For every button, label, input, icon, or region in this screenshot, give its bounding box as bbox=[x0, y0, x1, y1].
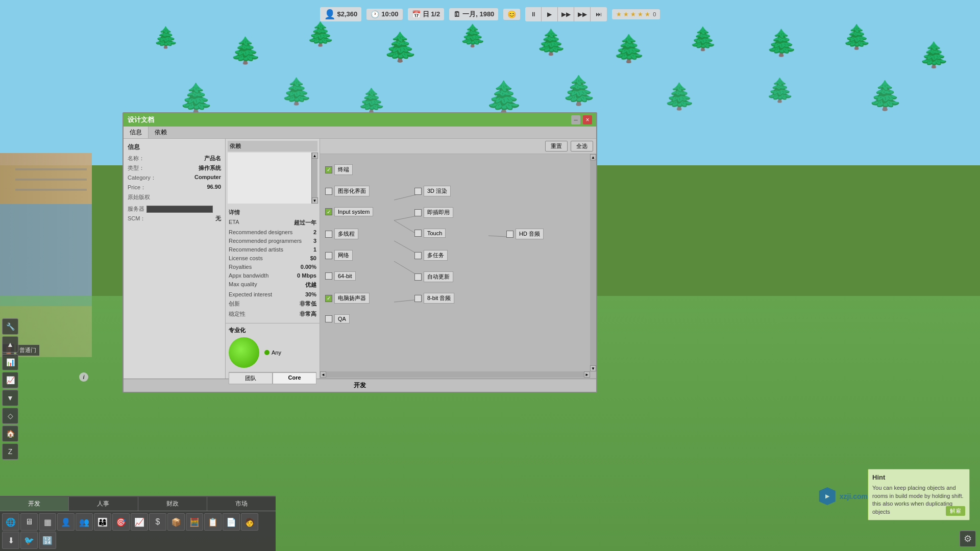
toolbar-dollar[interactable]: $ bbox=[149, 513, 166, 531]
node-network[interactable]: 网络 bbox=[325, 250, 353, 261]
node-speaker[interactable]: ✓ 电脑扬声器 bbox=[325, 293, 370, 304]
toolbar-calc[interactable]: 🧮 bbox=[186, 513, 203, 531]
graph-scroll-right[interactable]: ► bbox=[584, 371, 590, 378]
graph-scroll-up[interactable]: ▲ bbox=[590, 154, 596, 160]
minimize-button[interactable]: ─ bbox=[571, 115, 580, 124]
left-tool-diamond[interactable]: ◇ bbox=[2, 408, 18, 424]
toolbar-note[interactable]: 📄 bbox=[223, 513, 240, 531]
graph-scrollbar-v[interactable]: ▲ ▼ bbox=[590, 154, 596, 371]
node-multithread[interactable]: 多线程 bbox=[325, 229, 358, 239]
graph-scrollbar-h[interactable]: ◄ ► bbox=[320, 371, 590, 378]
tab-deps[interactable]: 依赖 bbox=[149, 127, 173, 138]
name-value: 产品名 bbox=[204, 155, 221, 162]
creativity-label: 创新 bbox=[229, 300, 240, 308]
toolbar-monitor[interactable]: 🖥 bbox=[20, 513, 38, 531]
left-tool-up[interactable]: ▲ bbox=[2, 336, 18, 353]
toolbar-list[interactable]: 📋 bbox=[204, 513, 222, 531]
toolbar-grid[interactable]: ▦ bbox=[39, 513, 56, 531]
plug-and-play-checkbox[interactable] bbox=[414, 209, 422, 216]
close-button[interactable]: × bbox=[583, 115, 592, 124]
node-multitask[interactable]: 多任务 bbox=[414, 250, 448, 261]
node-touch[interactable]: Touch bbox=[414, 229, 446, 238]
toolbar-chart[interactable]: 📈 bbox=[131, 513, 148, 531]
playback-controls: ⏸ ▶ ▶▶ ▶▶ ⏭ bbox=[525, 7, 607, 21]
graph-scroll-left[interactable]: ◄ bbox=[320, 371, 326, 378]
graph-header: 重置 全选 bbox=[320, 139, 596, 154]
scroll-up-arrow[interactable]: ▲ bbox=[312, 153, 318, 159]
dep-scrollbar[interactable]: ▲ ▼ bbox=[311, 153, 317, 204]
64bit-checkbox[interactable] bbox=[325, 272, 332, 280]
speaker-checkbox[interactable]: ✓ bbox=[325, 295, 332, 302]
node-64bit[interactable]: 64-bit bbox=[325, 271, 356, 281]
left-tool-wrench[interactable]: 🔧 bbox=[2, 318, 18, 335]
info-section-title: 信息 bbox=[128, 143, 221, 152]
toolbar-persons[interactable]: 👥 bbox=[76, 513, 93, 531]
fast-forward-button[interactable]: ▶▶ bbox=[558, 7, 574, 21]
hint-close-button[interactable]: 解雇 bbox=[946, 506, 965, 516]
3d-render-checkbox[interactable] bbox=[414, 188, 422, 195]
left-tool-house[interactable]: 🏠 bbox=[2, 425, 18, 442]
scroll-down-arrow[interactable]: ▼ bbox=[312, 197, 318, 204]
qa-checkbox[interactable] bbox=[325, 315, 332, 322]
toolbar-person[interactable]: 👤 bbox=[57, 513, 75, 531]
left-tool-down[interactable]: ▼ bbox=[2, 390, 18, 406]
input-checkbox[interactable]: ✓ bbox=[325, 208, 332, 215]
select-all-button[interactable]: 全选 bbox=[571, 141, 593, 152]
info-button[interactable]: i bbox=[79, 372, 88, 382]
graph-scroll-down[interactable]: ▼ bbox=[590, 365, 596, 371]
toolbar-bird[interactable]: 🐦 bbox=[20, 532, 38, 549]
multitask-checkbox[interactable] bbox=[414, 252, 422, 259]
node-gui[interactable]: 图形化界面 bbox=[325, 186, 370, 196]
network-checkbox[interactable] bbox=[325, 252, 332, 259]
node-3d-render[interactable]: 3D 渲染 bbox=[414, 186, 451, 196]
8bit-audio-checkbox[interactable] bbox=[414, 295, 422, 302]
spec-tab-team[interactable]: 团队 bbox=[229, 372, 273, 384]
toolbar-box[interactable]: 📦 bbox=[167, 513, 185, 531]
node-input[interactable]: ✓ Input system bbox=[325, 207, 373, 216]
touch-checkbox[interactable] bbox=[414, 230, 422, 237]
skip-button[interactable]: ⏭ bbox=[591, 7, 607, 21]
toolbar-abacus[interactable]: 🔢 bbox=[39, 532, 56, 549]
toolbar-arrow-down[interactable]: ⬇ bbox=[2, 532, 19, 549]
qa-label: QA bbox=[334, 314, 350, 323]
hint-title: Hint bbox=[872, 473, 965, 481]
play-button[interactable]: ▶ bbox=[542, 7, 558, 21]
left-tool-z[interactable]: Z bbox=[2, 443, 18, 460]
reset-button[interactable]: 重置 bbox=[545, 141, 568, 152]
tab-market[interactable]: 市场 bbox=[207, 497, 276, 511]
node-terminal[interactable]: ✓ 终端 bbox=[325, 164, 353, 175]
tab-develop[interactable]: 开发 bbox=[0, 497, 69, 511]
hd-audio-checkbox[interactable] bbox=[506, 231, 513, 238]
toolbar-person2[interactable]: 🧑 bbox=[241, 513, 258, 531]
toolbar-group[interactable]: 👨‍👩‍👦 bbox=[94, 513, 111, 531]
eta-value: 超过一年 bbox=[294, 219, 316, 227]
day-stat: 📅 日 1/2 bbox=[408, 8, 445, 20]
tab-hr[interactable]: 人事 bbox=[69, 497, 138, 511]
stability-label: 稳定性 bbox=[229, 310, 246, 318]
pause-button[interactable]: ⏸ bbox=[525, 7, 542, 21]
spec-tab-core[interactable]: Core bbox=[273, 372, 316, 384]
toolbar-target[interactable]: 🎯 bbox=[112, 513, 130, 531]
develop-button[interactable]: 开发 bbox=[124, 379, 596, 392]
left-tool-chart[interactable]: 📊 bbox=[2, 354, 18, 370]
node-8bit-audio[interactable]: 8-bit 音频 bbox=[414, 293, 454, 304]
faster-forward-button[interactable]: ▶▶ bbox=[574, 7, 591, 21]
left-tool-chart2[interactable]: 📈 bbox=[2, 372, 18, 388]
auto-update-checkbox[interactable] bbox=[414, 273, 422, 281]
settings-button[interactable]: ⚙ bbox=[960, 531, 976, 547]
toolbar-globe[interactable]: 🌐 bbox=[2, 513, 19, 531]
gui-checkbox[interactable] bbox=[325, 188, 332, 195]
node-hd-audio[interactable]: HD 音频 bbox=[506, 229, 544, 239]
tab-info[interactable]: 信息 bbox=[124, 127, 149, 138]
appx-bandwidth-label: Appx bandwidth bbox=[229, 272, 268, 279]
dep-scroll[interactable] bbox=[228, 153, 311, 204]
tab-finance[interactable]: 财政 bbox=[138, 497, 207, 511]
rec-artists-row: Recommended artists 1 bbox=[229, 246, 316, 253]
multithread-checkbox[interactable] bbox=[325, 231, 332, 238]
graph-content[interactable]: ✓ 终端 图形化界面 ✓ Input system 多线程 bbox=[320, 154, 596, 378]
node-auto-update[interactable]: 自动更新 bbox=[414, 271, 453, 282]
node-plug-and-play[interactable]: 即插即用 bbox=[414, 207, 453, 218]
design-document-dialog: 设计文档 ─ × 信息 依赖 信息 名称： 产品名 类型： 操作系统 Categ… bbox=[122, 112, 597, 393]
node-qa[interactable]: QA bbox=[325, 314, 350, 323]
terminal-checkbox[interactable]: ✓ bbox=[325, 166, 332, 173]
